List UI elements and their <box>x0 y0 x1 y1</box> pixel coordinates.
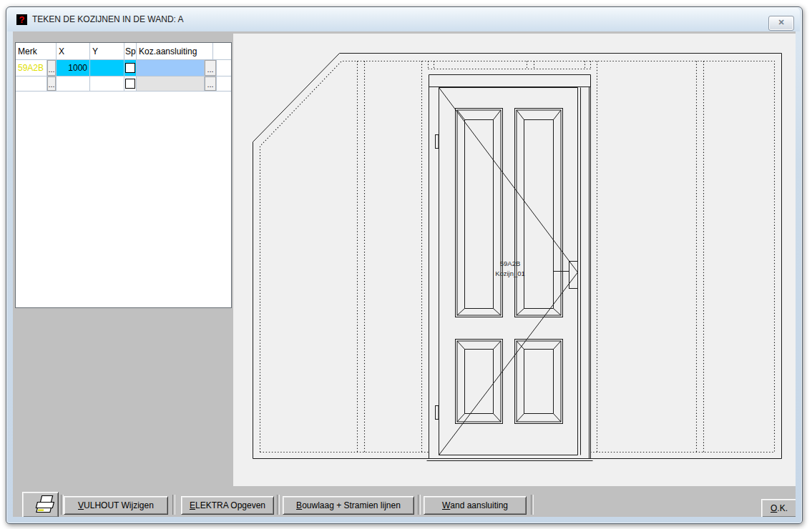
merk-browse-button[interactable]: ... <box>47 60 56 76</box>
koz-browse-button[interactable]: ... <box>205 76 216 91</box>
header-koz: Koz.aansluiting <box>137 43 213 60</box>
close-icon: ✕ <box>778 18 784 26</box>
wand-aansluiting-button[interactable]: Wand aansluiting <box>424 496 527 515</box>
button-label: ouwlaag + Stramien lijnen <box>302 500 401 510</box>
door-handle <box>569 262 578 289</box>
koz-browse-cell: ... <box>205 76 217 92</box>
sp-cell <box>124 60 137 76</box>
toolbar-divider <box>531 495 534 515</box>
button-accesskey: B <box>296 500 302 510</box>
x-cell[interactable]: 1000 <box>57 60 90 76</box>
header-merk: Merk <box>16 43 57 60</box>
bouwlaag-stramien-button[interactable]: Bouwlaag + Stramien lijnen <box>283 496 414 515</box>
frame-label-line1: 59A2B <box>500 259 521 267</box>
header-blank <box>213 43 231 60</box>
toolbar-divider <box>172 495 175 515</box>
ok-button[interactable]: O.K. <box>761 499 796 517</box>
button-label: .K. <box>777 503 788 513</box>
header-y: Y <box>90 43 124 60</box>
wall-inner-dotted-outline <box>260 61 775 453</box>
toolbar-divider <box>418 495 421 515</box>
hinge-top <box>436 135 439 149</box>
wall-elevation-drawing: 59A2B Kozijn_01 <box>233 34 796 486</box>
bottom-toolbar: VULHOUT Wijzigen ELEKTRA Opgeven Bouwlaa… <box>13 486 796 517</box>
row-end-cell <box>217 60 231 76</box>
button-accesskey: W <box>442 500 450 510</box>
sp-checkbox[interactable] <box>125 63 135 73</box>
koz-browse-cell: ... <box>205 60 217 76</box>
hinge-bottom <box>436 406 439 420</box>
x-cell[interactable] <box>57 76 90 92</box>
y-cell[interactable] <box>90 60 124 76</box>
merk-browse-cell: ... <box>47 60 57 76</box>
merk-cell: 59A2B <box>16 60 47 76</box>
koz-cell[interactable] <box>137 76 205 92</box>
print-button[interactable] <box>22 492 59 517</box>
door-frame <box>427 75 593 461</box>
header-sp: Sp <box>124 43 137 60</box>
dialog-content: Merk X Y Sp Koz.aansluiting 59A2B ... 10… <box>13 31 796 517</box>
koz-cell[interactable] <box>137 60 205 76</box>
button-accesskey: E <box>190 500 195 510</box>
app-help-icon: ? <box>16 14 27 25</box>
table-row: ... ... <box>16 76 231 92</box>
elektra-opgeven-button[interactable]: ELEKTRA Opgeven <box>181 496 274 515</box>
wall-outline <box>253 54 782 459</box>
merk-browse-cell: ... <box>47 76 57 92</box>
table-header-row: Merk X Y Sp Koz.aansluiting <box>16 43 231 60</box>
button-accesskey: V <box>78 500 84 510</box>
printer-icon <box>27 495 54 515</box>
koz-browse-button[interactable]: ... <box>205 60 216 76</box>
vulhout-wijzigen-button[interactable]: VULHOUT Wijzigen <box>64 496 168 515</box>
table-row: 59A2B ... 1000 ... <box>16 60 231 76</box>
frames-table: Merk X Y Sp Koz.aansluiting 59A2B ... 10… <box>15 42 232 308</box>
desktop-background: ? TEKEN DE KOZIJNEN IN DE WAND: A ✕ Merk… <box>0 0 812 529</box>
y-cell[interactable] <box>90 76 124 92</box>
button-accesskey: O <box>771 503 777 513</box>
toolbar-divider <box>277 495 280 515</box>
help-icon-glyph: ? <box>19 14 25 25</box>
dialog-teken-kozijnen: ? TEKEN DE KOZIJNEN IN DE WAND: A ✕ Merk… <box>6 6 803 524</box>
drawing-area[interactable]: 59A2B Kozijn_01 <box>233 34 796 486</box>
lintel-dotted-band <box>429 61 591 69</box>
sp-cell <box>124 76 137 92</box>
merk-value[interactable]: 59A2B <box>18 63 44 73</box>
button-label: LEKTRA Opgeven <box>195 500 265 510</box>
merk-cell[interactable] <box>16 76 47 92</box>
button-label: and aansluiting <box>450 500 508 510</box>
button-label: ULHOUT Wijzigen <box>84 500 154 510</box>
merk-browse-button[interactable]: ... <box>47 76 56 91</box>
window-title: TEKEN DE KOZIJNEN IN DE WAND: A <box>32 8 184 31</box>
frame-label-line2: Kozijn_01 <box>495 270 525 277</box>
sp-checkbox[interactable] <box>125 79 135 89</box>
header-x: X <box>57 43 90 60</box>
row-end-cell <box>217 76 231 92</box>
close-button[interactable]: ✕ <box>768 16 794 31</box>
title-bar[interactable]: ? TEKEN DE KOZIJNEN IN DE WAND: A ✕ <box>7 8 800 31</box>
